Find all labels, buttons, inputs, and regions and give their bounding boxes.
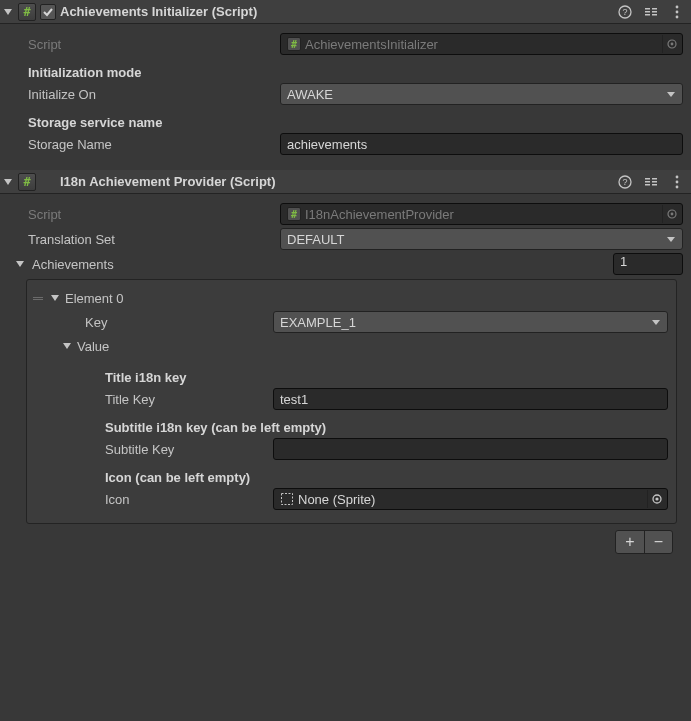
subtitle-key-input[interactable] — [273, 438, 668, 460]
achievements-size-input[interactable]: 1 — [613, 253, 683, 275]
sprite-icon — [280, 492, 294, 506]
svg-rect-6 — [652, 11, 657, 13]
menu-icon[interactable] — [669, 174, 685, 190]
svg-point-10 — [676, 15, 679, 18]
script-field: # AchievementsInitializer — [280, 33, 683, 55]
component-header-i18n-provider: # I18n Achievement Provider (Script) ? — [0, 170, 691, 194]
svg-rect-17 — [645, 184, 650, 186]
key-label: Key — [35, 315, 273, 330]
script-value: AchievementsInitializer — [305, 37, 662, 52]
init-mode-heading: Initialization mode — [10, 65, 683, 80]
svg-rect-5 — [652, 8, 657, 10]
translation-set-label: Translation Set — [10, 232, 280, 247]
achievements-foldout[interactable] — [14, 258, 26, 270]
foldout-toggle[interactable] — [2, 6, 14, 18]
achievements-list-box: Element 0 Key EXAMPLE_1 Value Title i18n… — [26, 279, 677, 524]
component-title: I18n Achievement Provider (Script) — [60, 174, 613, 189]
chevron-down-icon — [666, 87, 676, 102]
svg-rect-16 — [645, 181, 650, 183]
object-picker-icon[interactable] — [647, 490, 665, 508]
storage-heading: Storage service name — [10, 115, 683, 130]
script-mini-icon: # — [287, 37, 301, 51]
storage-name-input[interactable]: achievements — [280, 133, 683, 155]
script-field: # I18nAchievementProvider — [280, 203, 683, 225]
script-icon: # — [18, 173, 36, 191]
enabled-checkbox[interactable] — [40, 4, 56, 20]
component-title: Achievements Initializer (Script) — [60, 4, 613, 19]
storage-name-value: achievements — [287, 137, 367, 152]
title-key-label: Title Key — [35, 392, 273, 407]
title-key-input[interactable]: test1 — [273, 388, 668, 410]
translation-set-value: DEFAULT — [287, 232, 345, 247]
script-label: Script — [10, 37, 280, 52]
svg-text:?: ? — [622, 177, 627, 187]
component-header-achievements-initializer: # Achievements Initializer (Script) ? — [0, 0, 691, 24]
achievements-label: Achievements — [32, 257, 114, 272]
element0-foldout[interactable] — [49, 292, 61, 304]
initialize-on-dropdown[interactable]: AWAKE — [280, 83, 683, 105]
svg-rect-7 — [652, 14, 657, 16]
icon-object-field[interactable]: None (Sprite) — [273, 488, 668, 510]
svg-point-25 — [670, 213, 673, 216]
element0-label: Element 0 — [65, 291, 124, 306]
drag-handle-icon[interactable] — [31, 297, 45, 300]
menu-icon[interactable] — [669, 4, 685, 20]
add-button[interactable]: + — [616, 531, 644, 553]
foldout-toggle[interactable] — [2, 176, 14, 188]
svg-rect-2 — [645, 8, 650, 10]
svg-point-28 — [655, 497, 658, 500]
script-value: I18nAchievementProvider — [305, 207, 662, 222]
achievements-size-value: 1 — [620, 254, 627, 269]
list-add-remove-buttons: + − — [615, 530, 673, 554]
preset-icon[interactable] — [643, 174, 659, 190]
preset-icon[interactable] — [643, 4, 659, 20]
title-key-value: test1 — [280, 392, 308, 407]
initialize-on-value: AWAKE — [287, 87, 333, 102]
value-foldout[interactable] — [61, 340, 73, 352]
icon-value: None (Sprite) — [298, 492, 647, 507]
svg-point-12 — [670, 43, 673, 46]
script-mini-icon: # — [287, 207, 301, 221]
svg-point-8 — [676, 5, 679, 8]
help-icon[interactable]: ? — [617, 174, 633, 190]
value-label: Value — [77, 339, 109, 354]
title-heading: Title i18n key — [35, 370, 668, 385]
svg-point-22 — [676, 180, 679, 183]
chevron-down-icon — [651, 315, 661, 330]
svg-rect-19 — [652, 181, 657, 183]
svg-rect-15 — [645, 178, 650, 180]
object-picker-icon[interactable] — [662, 205, 680, 223]
svg-point-9 — [676, 10, 679, 13]
component-body-achievements-initializer: Script # AchievementsInitializer Initial… — [0, 24, 691, 170]
subtitle-key-label: Subtitle Key — [35, 442, 273, 457]
storage-name-label: Storage Name — [10, 137, 280, 152]
initialize-on-label: Initialize On — [10, 87, 280, 102]
help-icon[interactable]: ? — [617, 4, 633, 20]
chevron-down-icon — [666, 232, 676, 247]
subtitle-heading: Subtitle i18n key (can be left empty) — [35, 420, 668, 435]
svg-rect-18 — [652, 178, 657, 180]
script-label: Script — [10, 207, 280, 222]
svg-text:?: ? — [622, 7, 627, 17]
svg-rect-20 — [652, 184, 657, 186]
icon-label: Icon — [35, 492, 273, 507]
object-picker-icon[interactable] — [662, 35, 680, 53]
svg-rect-26 — [282, 494, 293, 505]
translation-set-dropdown[interactable]: DEFAULT — [280, 228, 683, 250]
component-body-i18n-provider: Script # I18nAchievementProvider Transla… — [0, 194, 691, 558]
key-value: EXAMPLE_1 — [280, 315, 356, 330]
remove-button[interactable]: − — [644, 531, 672, 553]
key-dropdown[interactable]: EXAMPLE_1 — [273, 311, 668, 333]
svg-rect-3 — [645, 11, 650, 13]
script-icon: # — [18, 3, 36, 21]
svg-rect-4 — [645, 14, 650, 16]
icon-heading: Icon (can be left empty) — [35, 470, 668, 485]
svg-point-23 — [676, 185, 679, 188]
svg-point-21 — [676, 175, 679, 178]
